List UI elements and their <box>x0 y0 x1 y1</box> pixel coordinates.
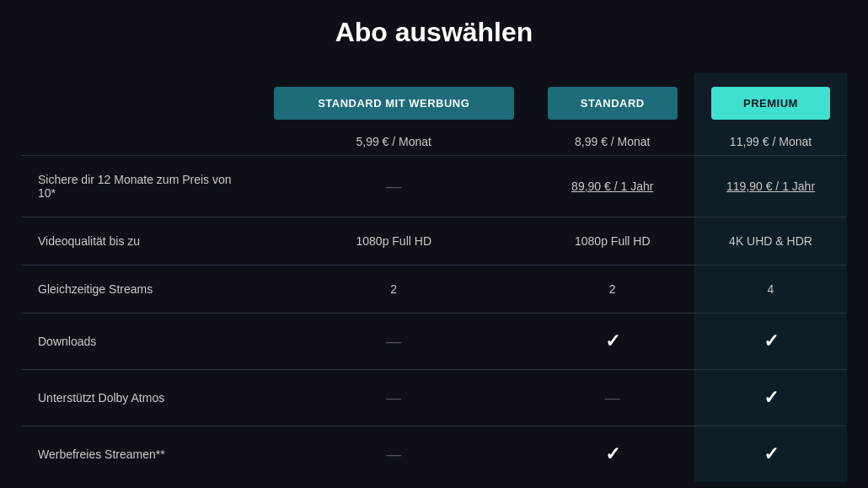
dash-downloads-ad-icon: — <box>386 333 401 350</box>
header-premium: PREMIUM <box>694 73 847 128</box>
check-adfree-standard-icon: ✓ <box>605 443 620 464</box>
plan-button-premium[interactable]: PREMIUM <box>711 87 830 120</box>
feature-adfree-standard-ad: — <box>257 426 531 483</box>
price-row: 5,99 € / Monat 8,99 € / Monat 11,99 € / … <box>21 128 847 156</box>
annual-row: Sichere dir 12 Monate zum Preis von 10* … <box>21 156 847 217</box>
feature-label-dolby: Unterstützt Dolby Atmos <box>21 370 257 426</box>
annual-premium: 119,90 € / 1 Jahr <box>694 156 847 217</box>
header-standard: STANDARD <box>531 73 695 128</box>
annual-standard-ad: — <box>257 156 531 217</box>
feature-label-adfree: Werbefreies Streamen** <box>21 426 257 483</box>
header-standard-ad: STANDARD MIT WERBUNG <box>257 73 531 128</box>
feature-row-adfree: Werbefreies Streamen** — ✓ ✓ <box>21 426 847 483</box>
feature-adfree-premium: ✓ <box>694 426 847 483</box>
feature-row-streams: Gleichzeitige Streams 2 2 4 <box>21 265 847 314</box>
feature-downloads-standard: ✓ <box>531 314 695 370</box>
check-downloads-premium-icon: ✓ <box>764 330 779 351</box>
header-empty <box>21 73 257 128</box>
annual-row-label: Sichere dir 12 Monate zum Preis von 10* <box>21 156 257 217</box>
feature-adfree-standard: ✓ <box>531 426 695 483</box>
feature-video-premium: 4K UHD & HDR <box>694 217 847 265</box>
check-downloads-standard-icon: ✓ <box>605 330 620 351</box>
comparison-table: STANDARD MIT WERBUNG STANDARD PREMIUM 5,… <box>21 73 847 482</box>
page-title: Abo auswählen <box>21 17 847 48</box>
dash-icon: — <box>386 178 401 195</box>
feature-dolby-standard: — <box>531 370 695 426</box>
check-adfree-premium-icon: ✓ <box>764 443 779 464</box>
feature-streams-premium: 4 <box>694 265 847 314</box>
plan-button-standard-ad[interactable]: STANDARD MIT WERBUNG <box>274 87 514 120</box>
page-container: Abo auswählen STANDARD MIT WERBUNG STAND… <box>21 17 847 482</box>
header-row: STANDARD MIT WERBUNG STANDARD PREMIUM <box>21 73 847 128</box>
feature-label-video: Videoqualität bis zu <box>21 217 257 265</box>
feature-downloads-premium: ✓ <box>694 314 847 370</box>
annual-price-premium: 119,90 € / 1 Jahr <box>726 180 815 193</box>
price-label-empty <box>21 128 257 156</box>
price-premium: 11,99 € / Monat <box>694 128 847 156</box>
feature-row-downloads: Downloads — ✓ ✓ <box>21 314 847 370</box>
annual-price-standard: 89,90 € / 1 Jahr <box>571 180 653 193</box>
feature-streams-standard-ad: 2 <box>257 265 531 314</box>
feature-video-standard: 1080p Full HD <box>531 217 695 265</box>
feature-row-dolby: Unterstützt Dolby Atmos — — ✓ <box>21 370 847 426</box>
plan-button-standard[interactable]: STANDARD <box>548 87 678 120</box>
price-standard-ad: 5,99 € / Monat <box>257 128 531 156</box>
check-dolby-premium-icon: ✓ <box>764 387 779 408</box>
feature-dolby-standard-ad: — <box>257 370 531 426</box>
dash-dolby-standard-icon: — <box>605 389 620 406</box>
price-standard: 8,99 € / Monat <box>531 128 695 156</box>
feature-label-downloads: Downloads <box>21 314 257 370</box>
feature-streams-standard: 2 <box>531 265 695 314</box>
feature-downloads-standard-ad: — <box>257 314 531 370</box>
annual-standard: 89,90 € / 1 Jahr <box>531 156 695 217</box>
dash-adfree-ad-icon: — <box>386 446 401 463</box>
feature-dolby-premium: ✓ <box>694 370 847 426</box>
feature-row-video: Videoqualität bis zu 1080p Full HD 1080p… <box>21 217 847 265</box>
dash-dolby-ad-icon: — <box>386 389 401 406</box>
feature-label-streams: Gleichzeitige Streams <box>21 265 257 314</box>
feature-video-standard-ad: 1080p Full HD <box>257 217 531 265</box>
